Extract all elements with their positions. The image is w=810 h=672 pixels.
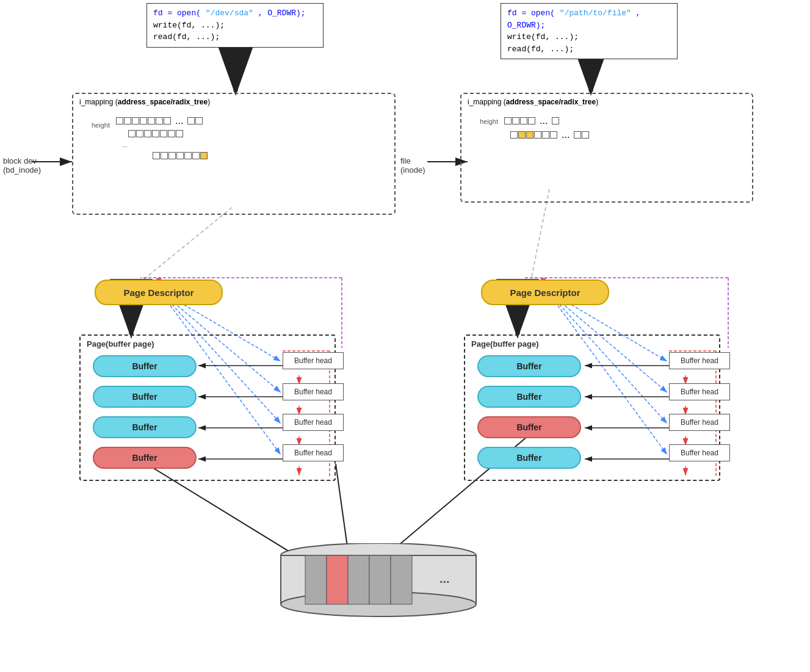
left-code-box: fd = open( "/dev/sda" , O_RDWR); write(f…	[146, 3, 324, 48]
left-radix-tree: height ...	[92, 115, 208, 159]
left-buffer-2: Buffer	[93, 386, 197, 408]
left-code-flag: , O_RDWR);	[258, 9, 306, 18]
left-code-read: read(fd, ...);	[153, 32, 220, 42]
left-bh-2: Buffer head	[283, 383, 344, 400]
left-page-label: Page(buffer page)	[87, 339, 154, 349]
left-code-write: write(fd, ...);	[153, 21, 225, 30]
left-bh-3: Buffer head	[283, 414, 344, 431]
right-buffer-4: Buffer	[477, 447, 581, 469]
left-buffer-4-red: Buffer	[93, 447, 197, 469]
right-code-path: "/path/to/file"	[560, 9, 631, 18]
svg-rect-55	[327, 555, 348, 604]
left-bh-4: Buffer head	[283, 444, 344, 461]
right-bh-2: Buffer head	[669, 383, 730, 400]
right-buffer-1: Buffer	[477, 355, 581, 377]
right-code-read: read(fd, ...);	[507, 45, 574, 54]
left-page-descriptor: Page Descriptor	[95, 280, 223, 305]
right-bh-4: Buffer head	[669, 444, 730, 461]
disk-svg: ...	[256, 543, 501, 623]
right-code-fd: fd = open(	[507, 9, 555, 18]
svg-rect-57	[369, 555, 391, 604]
block-dev-label: block dev (bd_inode)	[3, 156, 41, 175]
svg-text:...: ...	[439, 572, 450, 585]
diagram: fd = open( "/dev/sda" , O_RDWR); write(f…	[0, 0, 810, 672]
right-bh-3: Buffer head	[669, 414, 730, 431]
left-bh-1: Buffer head	[283, 352, 344, 369]
left-imapping-label: i_mapping (address_space/radix_tree)	[79, 98, 210, 106]
right-buffer-2: Buffer	[477, 386, 581, 408]
right-page-label: Page(buffer page)	[471, 339, 539, 349]
left-code-fd: fd = open(	[153, 9, 201, 18]
svg-line-10	[143, 208, 232, 280]
right-code-box: fd = open( "/path/to/file" , O_RDWR); wr…	[501, 3, 678, 59]
right-height-label: height	[480, 118, 498, 125]
svg-rect-58	[391, 555, 412, 604]
right-imapping-label: i_mapping (address_space/radix_tree)	[468, 98, 598, 106]
right-radix-tree: height ...	[480, 115, 589, 140]
right-page-descriptor: Page Descriptor	[481, 280, 609, 305]
right-buffer-3-red: Buffer	[477, 416, 581, 438]
right-imapping-box: i_mapping (address_space/radix_tree) hei…	[460, 93, 753, 203]
left-imapping-box: i_mapping (address_space/radix_tree) hei…	[72, 93, 396, 215]
left-buffer-1: Buffer	[93, 355, 197, 377]
svg-rect-56	[348, 555, 369, 604]
svg-rect-54	[305, 555, 327, 604]
right-code-write: write(fd, ...);	[507, 32, 579, 42]
svg-line-11	[531, 189, 549, 280]
left-buffer-3: Buffer	[93, 416, 197, 438]
right-bh-1: Buffer head	[669, 352, 730, 369]
file-inode-label: file (inode)	[400, 156, 425, 175]
left-height-label: height	[92, 121, 110, 129]
left-code-path: "/dev/sda"	[206, 9, 253, 18]
